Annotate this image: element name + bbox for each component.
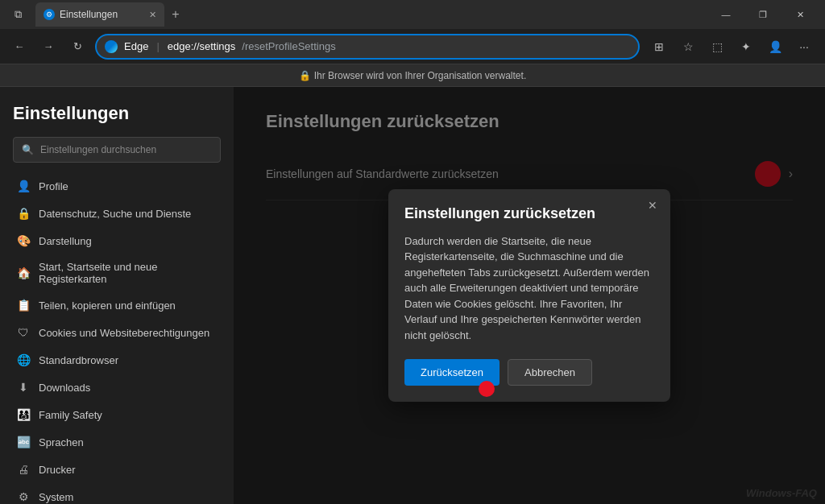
sidebar-item-printer[interactable]: 🖨 Drucker xyxy=(3,456,230,483)
dialog-close-button[interactable]: ✕ xyxy=(645,197,661,213)
sidebar-item-label: Darstellung xyxy=(39,235,92,247)
address-url-path: /resetProfileSettings xyxy=(242,40,335,52)
infobar-message: Ihr Browser wird von Ihrer Organisation … xyxy=(314,70,526,81)
sidebar-item-system[interactable]: ⚙ System xyxy=(3,483,230,504)
dialog-overlay: ✕ Einstellungen zurücksetzen Dadurch wer… xyxy=(234,87,825,504)
titlebar-left: ⧉ xyxy=(6,3,29,26)
cookies-icon: 🛡 xyxy=(16,325,31,340)
sidebar-item-startup[interactable]: 🏠 Start, Startseite und neue Registerkar… xyxy=(3,254,230,291)
address-separator: | xyxy=(156,40,159,52)
system-icon: ⚙ xyxy=(16,490,31,504)
profile-icon[interactable]: 👤 xyxy=(762,34,788,60)
main-layout: Einstellungen 🔍 Einstellungen durchsuche… xyxy=(0,87,825,504)
back-button[interactable]: ← xyxy=(8,35,31,58)
reset-confirm-button[interactable]: Zurücksetzen xyxy=(404,359,500,386)
new-tab-button[interactable]: + xyxy=(164,3,187,26)
languages-icon: 🔤 xyxy=(16,435,31,449)
split-screen-icon[interactable]: ⊞ xyxy=(646,34,672,60)
content-area: Einstellungen zurücksetzen Einstellungen… xyxy=(234,87,825,504)
sidebar-item-label: Cookies und Websiteberechtigungen xyxy=(39,327,209,339)
dialog-title: Einstellungen zurücksetzen xyxy=(404,205,654,222)
appearance-icon: 🎨 xyxy=(16,233,31,248)
refresh-button[interactable]: ↻ xyxy=(66,35,89,58)
addressbar: ← → ↻ Edge | edge://settings /resetProfi… xyxy=(0,29,825,64)
sidebar-item-privacy[interactable]: 🔒 Datenschutz, Suche und Dienste xyxy=(3,200,230,227)
reset-dialog: ✕ Einstellungen zurücksetzen Dadurch wer… xyxy=(388,189,670,403)
sidebar-item-share[interactable]: 📋 Teilen, kopieren und einfügen xyxy=(3,291,230,319)
cancel-button[interactable]: Abbrechen xyxy=(508,359,592,386)
sidebar-item-label: Sprachen xyxy=(39,436,84,448)
sidebar-item-label: System xyxy=(39,491,73,503)
address-url-domain: edge://settings xyxy=(168,40,236,52)
close-button[interactable]: ✕ xyxy=(781,0,819,29)
sidebar-item-label: Start, Startseite und neue Registerkarte… xyxy=(39,261,218,285)
sidebar-item-label: Drucker xyxy=(39,464,76,476)
sidebar-item-cookies[interactable]: 🛡 Cookies und Websiteberechtigungen xyxy=(3,319,230,346)
privacy-icon: 🔒 xyxy=(16,206,31,221)
org-infobar: 🔒 Ihr Browser wird von Ihrer Organisatio… xyxy=(0,64,825,87)
search-icon: 🔍 xyxy=(22,144,34,155)
sidebar-item-label: Family Safety xyxy=(39,409,102,421)
toolbar-icons: ⊞ ☆ ⬚ ✦ 👤 ··· xyxy=(646,34,817,60)
tab-close-btn[interactable]: ✕ xyxy=(149,10,156,20)
minimize-button[interactable]: — xyxy=(707,0,744,29)
dialog-body: Dadurch werden die Startseite, die neue … xyxy=(404,233,654,344)
sidebar-item-appearance[interactable]: 🎨 Darstellung xyxy=(3,227,230,254)
tab-title: Einstellungen xyxy=(60,9,118,20)
sidebar-item-label: Standardbrowser xyxy=(39,354,118,366)
tab-favicon: ⚙ xyxy=(44,9,55,20)
search-placeholder: Einstellungen durchsuchen xyxy=(40,144,156,155)
address-input[interactable]: Edge | edge://settings /resetProfileSett… xyxy=(95,34,640,60)
browser-icon: 🌐 xyxy=(16,353,31,367)
sidebar: Einstellungen 🔍 Einstellungen durchsuche… xyxy=(0,87,234,504)
maximize-button[interactable]: ❐ xyxy=(744,0,781,29)
printer-icon: 🖨 xyxy=(16,462,31,477)
profile-icon: 👤 xyxy=(16,179,31,193)
address-brand: Edge xyxy=(124,40,148,52)
infobar-icon: 🔒 xyxy=(299,70,311,81)
collections-icon[interactable]: ⬚ xyxy=(704,34,730,60)
window-controls: — ❐ ✕ xyxy=(707,0,819,29)
copilot-icon[interactable]: ✦ xyxy=(733,34,759,60)
sidebar-item-languages[interactable]: 🔤 Sprachen xyxy=(3,428,230,456)
sidebar-item-downloads[interactable]: ⬇ Downloads xyxy=(3,374,230,401)
titlebar: ⧉ ⚙ Einstellungen ✕ + — ❐ ✕ xyxy=(0,0,825,29)
dialog-buttons: Zurücksetzen Abbrechen xyxy=(404,359,654,386)
active-tab[interactable]: ⚙ Einstellungen ✕ xyxy=(35,2,164,27)
favorites-icon[interactable]: ☆ xyxy=(675,34,701,60)
sidebar-title: Einstellungen xyxy=(0,103,234,137)
sidebar-item-profile[interactable]: 👤 Profile xyxy=(3,172,230,200)
sidebar-item-browser[interactable]: 🌐 Standardbrowser xyxy=(3,346,230,374)
tab-area: ⚙ Einstellungen ✕ + xyxy=(35,2,701,27)
family-icon: 👨‍👩‍👧 xyxy=(16,407,31,422)
forward-button[interactable]: → xyxy=(37,35,60,58)
sidebar-item-label: Datenschutz, Suche und Dienste xyxy=(39,208,191,220)
startup-icon: 🏠 xyxy=(16,266,31,280)
tab-switcher-btn[interactable]: ⧉ xyxy=(6,3,29,26)
sidebar-item-label: Profile xyxy=(39,180,68,192)
sidebar-item-label: Teilen, kopieren und einfügen xyxy=(39,300,176,312)
sidebar-item-label: Downloads xyxy=(39,382,90,394)
downloads-icon: ⬇ xyxy=(16,380,31,395)
sidebar-item-family[interactable]: 👨‍👩‍👧 Family Safety xyxy=(3,401,230,428)
sidebar-search[interactable]: 🔍 Einstellungen durchsuchen xyxy=(13,137,221,163)
share-icon: 📋 xyxy=(16,298,31,312)
settings-more-icon[interactable]: ··· xyxy=(791,34,817,60)
edge-logo-icon xyxy=(105,40,118,53)
